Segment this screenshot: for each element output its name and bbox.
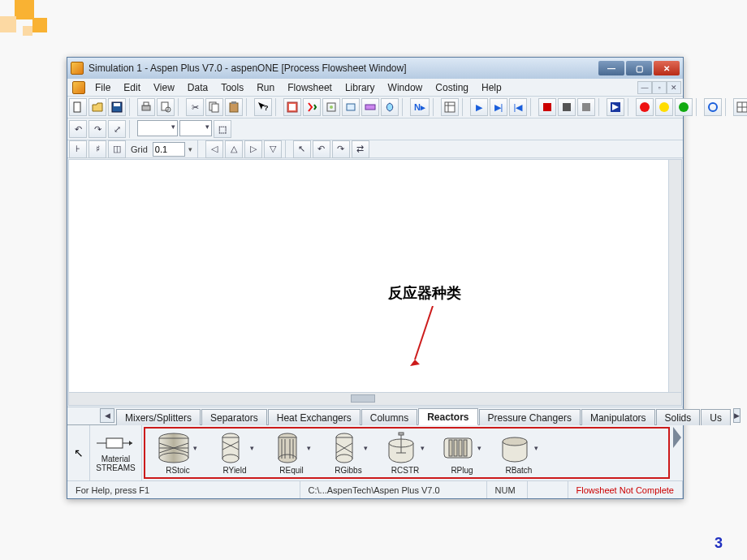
- zoom-button[interactable]: ⤢: [108, 120, 126, 138]
- tool-d-button[interactable]: [381, 98, 399, 116]
- run-step-button[interactable]: ▶|: [490, 98, 507, 116]
- traffic-yellow-button[interactable]: [655, 98, 673, 116]
- new-button[interactable]: [69, 98, 87, 116]
- menu-file[interactable]: File: [89, 80, 117, 95]
- horizontal-scrollbar[interactable]: [69, 392, 681, 405]
- close-button[interactable]: ✕: [654, 61, 680, 75]
- svg-rect-10: [231, 101, 236, 104]
- results-table-button[interactable]: [441, 98, 459, 116]
- svg-rect-5: [162, 102, 168, 110]
- style2-combo[interactable]: [179, 120, 212, 136]
- tool-a-button[interactable]: [322, 98, 340, 116]
- tab-nav-right[interactable]: ▶: [733, 408, 741, 423]
- help-cursor-button[interactable]: ?: [254, 98, 272, 116]
- menu-flowsheet[interactable]: Flowsheet: [281, 80, 339, 95]
- toggle-button[interactable]: [303, 98, 321, 116]
- align-right-button[interactable]: ▷: [244, 140, 262, 158]
- ruler-icon-1[interactable]: ⊦: [69, 140, 87, 158]
- tool-b-button[interactable]: [342, 98, 360, 116]
- system-menu-icon[interactable]: [72, 81, 85, 94]
- flip-button[interactable]: ⇄: [352, 140, 369, 158]
- menu-library[interactable]: Library: [339, 80, 382, 95]
- data-browser-button[interactable]: [283, 98, 301, 116]
- menu-run[interactable]: Run: [250, 80, 281, 95]
- reactor-requil[interactable]: ▾ REquil: [266, 432, 317, 475]
- menu-edit[interactable]: Edit: [117, 80, 147, 95]
- tab-manipulators[interactable]: Manipulators: [581, 409, 655, 425]
- svg-point-42: [279, 454, 296, 463]
- flowsheet-canvas[interactable]: [68, 159, 682, 406]
- rotate-right-button[interactable]: ↷: [332, 140, 350, 158]
- menu-tools[interactable]: Tools: [214, 80, 250, 95]
- svg-rect-2: [114, 103, 120, 106]
- print-button[interactable]: [137, 98, 155, 116]
- align-center-button[interactable]: △: [225, 140, 243, 158]
- menu-help[interactable]: Help: [475, 80, 508, 95]
- svg-rect-3: [142, 106, 150, 110]
- tab-columns[interactable]: Columns: [361, 409, 417, 425]
- stop-3-button[interactable]: [577, 98, 595, 116]
- tab-nav-left[interactable]: ◀: [100, 408, 114, 423]
- svg-rect-56: [444, 438, 472, 458]
- reactor-ryield[interactable]: ▾ RYield: [209, 432, 261, 475]
- library-scroll-right[interactable]: [671, 425, 683, 480]
- menu-window[interactable]: Window: [382, 80, 430, 95]
- tab-mixers-splitters[interactable]: Mixers/Splitters: [116, 409, 201, 425]
- undo-button[interactable]: ↶: [69, 120, 87, 138]
- streams-box[interactable]: Material STREAMS: [90, 425, 142, 480]
- align-bottom-button[interactable]: ▽: [264, 140, 282, 158]
- menu-data[interactable]: Data: [181, 80, 214, 95]
- svg-rect-16: [347, 104, 355, 110]
- bold-button[interactable]: ⬚: [214, 120, 231, 138]
- cut-button[interactable]: ✂: [186, 98, 204, 116]
- tab-reactors[interactable]: Reactors: [418, 408, 477, 425]
- paste-button[interactable]: [225, 98, 243, 116]
- menu-costing[interactable]: Costing: [429, 80, 475, 95]
- tab-pressure-changers[interactable]: Pressure Changers: [479, 409, 581, 425]
- model-library-tabstrip: ◀ Mixers/Splitters Separators Heat Excha…: [67, 407, 683, 425]
- align-left-button[interactable]: ◁: [205, 140, 223, 158]
- minimize-button[interactable]: —: [598, 61, 624, 75]
- cursor-button[interactable]: ↖: [293, 140, 311, 158]
- tab-solids[interactable]: Solids: [656, 409, 701, 425]
- grid-value-input[interactable]: [153, 142, 185, 157]
- ring-button[interactable]: [704, 98, 722, 116]
- traffic-red-button[interactable]: [636, 98, 654, 116]
- copy-button[interactable]: [205, 98, 223, 116]
- mdi-close[interactable]: ✕: [667, 81, 681, 94]
- redo-button[interactable]: ↷: [89, 120, 106, 138]
- ruler-icon-2[interactable]: ♯: [89, 140, 106, 158]
- flag-button[interactable]: [607, 98, 624, 116]
- tab-separators[interactable]: Separators: [201, 409, 267, 425]
- stop-1-button[interactable]: [538, 98, 556, 116]
- run-rewind-button[interactable]: |◀: [509, 98, 527, 116]
- reactor-rcstr[interactable]: ▾ RCSTR: [379, 432, 431, 475]
- reactor-rplug[interactable]: ▾ RPlug: [436, 432, 488, 475]
- model-library: ◀ Mixers/Splitters Separators Heat Excha…: [67, 407, 683, 480]
- stop-2-button[interactable]: [558, 98, 576, 116]
- rotate-left-button[interactable]: ↶: [313, 140, 330, 158]
- traffic-green-button[interactable]: [675, 98, 693, 116]
- open-button[interactable]: [89, 98, 106, 116]
- vertical-scrollbar[interactable]: [668, 160, 681, 392]
- mdi-minimize[interactable]: —: [637, 81, 652, 94]
- reactor-rstoic[interactable]: ▾ RStoic: [152, 432, 204, 475]
- tab-heat-exchangers[interactable]: Heat Exchangers: [268, 409, 361, 425]
- tool-c-button[interactable]: [361, 98, 379, 116]
- selection-tool[interactable]: ↖: [67, 425, 90, 480]
- run-play-button[interactable]: ▶: [470, 98, 488, 116]
- save-button[interactable]: [108, 98, 126, 116]
- svg-rect-17: [365, 105, 375, 110]
- mdi-restore[interactable]: ▫: [652, 81, 667, 94]
- next-button[interactable]: N▸: [410, 98, 430, 116]
- print-preview-button[interactable]: [157, 98, 175, 116]
- reactor-rbatch[interactable]: ▾ RBatch: [493, 432, 545, 475]
- svg-rect-0: [74, 102, 80, 112]
- style-combo[interactable]: [137, 120, 178, 136]
- menu-view[interactable]: View: [147, 80, 181, 95]
- ruler-icon-3[interactable]: ◫: [108, 140, 126, 158]
- maximize-button[interactable]: ▢: [626, 61, 652, 75]
- reactor-rgibbs[interactable]: ▾ RGibbs: [322, 432, 374, 475]
- tab-user[interactable]: Us: [701, 409, 731, 425]
- table-button[interactable]: [733, 98, 747, 116]
